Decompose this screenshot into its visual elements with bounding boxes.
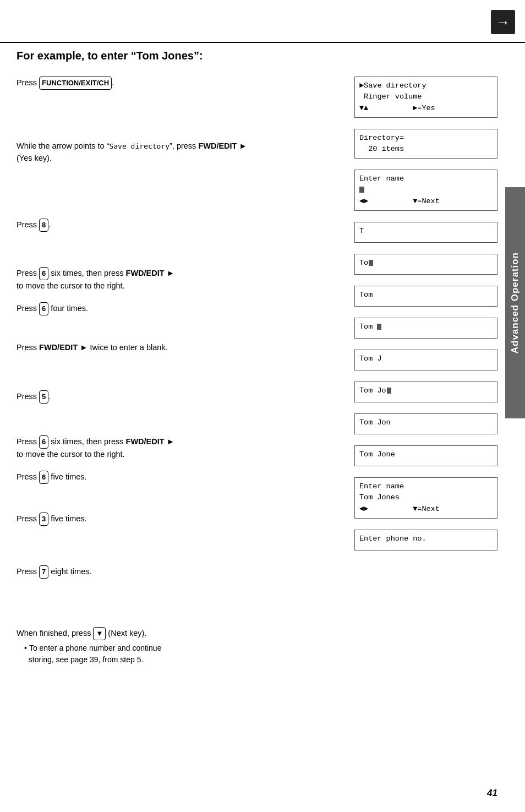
sidebar-text: Advanced Operation xyxy=(510,252,521,353)
lcd-screen-3: Enter name ◄► ▼=Next xyxy=(354,170,497,211)
step-7b: Press 6 five times. xyxy=(17,471,338,504)
step-10: When finished, press ▼ (Next key). To en… xyxy=(17,627,338,666)
step-8: Press 3 five times. xyxy=(17,513,338,546)
bullet-1: To enter a phone number and continue sto… xyxy=(24,642,338,666)
step-1: Press FUNCTION/EXIT/CH. xyxy=(17,77,338,110)
two-column-layout: Press FUNCTION/EXIT/CH. While the arrow … xyxy=(17,77,497,668)
key-6b: 6 xyxy=(39,302,48,315)
lcd-screen-7: Tom xyxy=(354,318,497,339)
top-rule xyxy=(0,42,525,43)
key-function-exit-ch: FUNCTION/EXIT/CH xyxy=(39,77,112,90)
lcd-screen-9: Tom Jo xyxy=(354,382,497,402)
key-3: 3 xyxy=(39,513,48,526)
step-5-text: Press FWD/EDIT ► twice to enter a blank. xyxy=(17,342,338,354)
step-10-text: When finished, press ▼ (Next key). To en… xyxy=(17,627,338,666)
key-5: 5 xyxy=(39,390,48,404)
lcd-screens-column: ►Save directory Ringer volume ▼▲ ►=Yes D… xyxy=(354,77,497,668)
step-3-text: Press 8. xyxy=(17,219,338,232)
step-7-text: Press 6 six times, then press FWD/EDIT ►… xyxy=(17,435,338,460)
lcd-screen-8: Tom J xyxy=(354,350,497,370)
step-3: Press 8. xyxy=(17,219,338,252)
lcd-screen-12: Enter name Tom Jones ◄► ▼=Next xyxy=(354,477,497,519)
step-6-text: Press 5. xyxy=(17,390,338,404)
key-8: 8 xyxy=(39,219,48,232)
step-7b-text: Press 6 five times. xyxy=(17,471,338,484)
main-content: For example, to enter “Tom Jones”: Press… xyxy=(17,50,497,668)
lcd-screen-6: Tom xyxy=(354,286,497,307)
steps-column: Press FUNCTION/EXIT/CH. While the arrow … xyxy=(17,77,354,668)
step-2-text: While the arrow points to “Save director… xyxy=(17,140,338,165)
lcd-screen-5: To xyxy=(354,254,497,275)
step-5: Press FWD/EDIT ► twice to enter a blank. xyxy=(17,342,338,375)
step-4b: Press 6 four times. xyxy=(17,302,338,335)
step-4-text: Press 6 six times, then press FWD/EDIT ►… xyxy=(17,267,338,292)
step-2: While the arrow points to “Save director… xyxy=(17,140,338,173)
step-9: Press 7 eight times. xyxy=(17,565,338,598)
step-4b-text: Press 6 four times. xyxy=(17,302,338,315)
page-number: 41 xyxy=(487,788,497,799)
step-7: Press 6 six times, then press FWD/EDIT ►… xyxy=(17,435,338,468)
lcd-screen-2: Directory= 20 items xyxy=(354,129,497,159)
page-title: For example, to enter “Tom Jones”: xyxy=(17,50,497,62)
key-6a: 6 xyxy=(39,267,48,280)
key-7: 7 xyxy=(39,565,48,579)
lcd-screen-13: Enter phone no. xyxy=(354,530,497,551)
step-6: Press 5. xyxy=(17,390,338,423)
sidebar-label: Advanced Operation xyxy=(505,187,525,418)
lcd-screen-4: T xyxy=(354,222,497,243)
step-8-text: Press 3 five times. xyxy=(17,513,338,526)
step-4: Press 6 six times, then press FWD/EDIT ►… xyxy=(17,267,338,300)
step-1-text: Press FUNCTION/EXIT/CH. xyxy=(17,77,338,90)
key-down: ▼ xyxy=(93,627,106,640)
step-9-text: Press 7 eight times. xyxy=(17,565,338,579)
top-arrow-indicator: → xyxy=(491,10,515,34)
key-6c: 6 xyxy=(39,435,48,449)
lcd-screen-11: Tom Jone xyxy=(354,445,497,466)
lcd-screen-10: Tom Jon xyxy=(354,413,497,434)
key-6d: 6 xyxy=(39,471,48,484)
lcd-screen-1: ►Save directory Ringer volume ▼▲ ►=Yes xyxy=(354,77,497,118)
arrow-icon: → xyxy=(496,15,510,29)
